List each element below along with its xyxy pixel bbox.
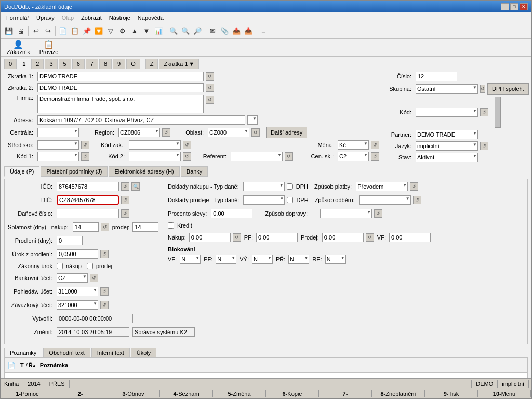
fn3[interactable]: 3-Obnov: [107, 390, 160, 397]
tb-paste[interactable]: 📌: [81, 25, 92, 37]
mena-dropdown[interactable]: Kč: [338, 140, 369, 150]
adresa-input[interactable]: [37, 115, 245, 125]
tb-search2[interactable]: 🔍: [180, 25, 191, 37]
skupina-dropdown[interactable]: Ostatní: [416, 84, 478, 94]
pri-blok-dropdown[interactable]: N: [288, 255, 309, 264]
dic-input[interactable]: [57, 195, 119, 205]
nakup-val-input[interactable]: [189, 233, 231, 242]
right-scrollbar[interactable]: [495, 97, 501, 128]
kod2-dropdown[interactable]: [129, 152, 181, 161]
zpusob-odberu-reset[interactable]: ↺: [413, 196, 421, 204]
menu-zobrazit[interactable]: Zobrazit: [78, 14, 105, 22]
fn9[interactable]: 9-Tisk: [425, 390, 478, 397]
dph1-checkbox[interactable]: [287, 183, 293, 190]
fn1[interactable]: 1-Pomoc: [1, 390, 54, 397]
re-blok-dropdown[interactable]: N: [325, 255, 346, 264]
tab-3[interactable]: 3: [45, 59, 57, 69]
dic-reset[interactable]: ↺: [121, 196, 129, 204]
nakup-reset[interactable]: ↺: [233, 233, 241, 242]
urok-input[interactable]: [57, 249, 98, 259]
region-reset[interactable]: ↺: [162, 128, 170, 137]
tab-8[interactable]: 8: [99, 59, 112, 69]
vf-input[interactable]: [389, 233, 431, 242]
tab-6[interactable]: 6: [72, 59, 85, 69]
tab-zkratka-dropdown[interactable]: Zkratka 1 ▼: [159, 59, 199, 69]
bottom-tab-ukoly[interactable]: Úkoly: [131, 348, 157, 357]
zpusob-dopravy-reset[interactable]: ↺: [374, 209, 382, 218]
dph-spoleh-button[interactable]: DPH spoleh.: [487, 83, 529, 95]
dalsi-adresy-button[interactable]: Další adresy: [266, 127, 307, 138]
prodej-checkbox[interactable]: [87, 263, 93, 269]
pohledav-dropdown[interactable]: 311000: [57, 287, 98, 296]
cislo-input[interactable]: [416, 72, 457, 81]
menu-napoveda[interactable]: Nápověda: [135, 14, 167, 22]
referent-reset[interactable]: ↺: [285, 152, 293, 161]
fn6[interactable]: 6-Kopie: [266, 390, 319, 397]
procento-slevy-input[interactable]: [211, 209, 252, 218]
ico-input[interactable]: [57, 182, 119, 191]
zkratka2-reset[interactable]: ↺: [206, 84, 214, 92]
kod1-dropdown[interactable]: [37, 152, 79, 161]
firma-reset[interactable]: ↺: [206, 96, 214, 104]
zpusob-odberu-dropdown[interactable]: [359, 195, 411, 205]
tb-list[interactable]: ≡: [258, 25, 269, 37]
tab-9[interactable]: 9: [113, 59, 125, 69]
kod2-reset[interactable]: ↺: [183, 152, 191, 161]
fn10[interactable]: 10-Menu: [478, 390, 531, 397]
notes-icon1[interactable]: 📄: [6, 360, 17, 371]
section-tab-banky[interactable]: Banky: [181, 166, 208, 177]
tb-import[interactable]: 📥: [243, 25, 254, 37]
tb-up[interactable]: ▲: [129, 25, 140, 37]
section-tab-elektronicke[interactable]: Elektronické adresy (H): [109, 166, 179, 177]
tb-filter2[interactable]: ▽: [105, 25, 116, 37]
vf-blok-dropdown[interactable]: N: [180, 255, 201, 264]
cen-sk-dropdown[interactable]: C2: [338, 152, 369, 161]
zakaznik-button[interactable]: 👤 Zákazník: [3, 39, 34, 57]
zkratka1-reset[interactable]: ↺: [206, 72, 214, 81]
kod1-reset[interactable]: ↺: [81, 152, 89, 161]
tb-new[interactable]: 📄: [57, 25, 69, 37]
danove-cislo-reset[interactable]: ↺: [121, 209, 129, 218]
stredisko-dropdown[interactable]: [37, 140, 79, 150]
prodej-val-input[interactable]: [322, 233, 364, 242]
region-dropdown[interactable]: CZ0806: [118, 128, 160, 137]
mena-reset[interactable]: ↺: [371, 141, 379, 149]
doklady-prodej-dropdown[interactable]: [243, 195, 285, 205]
urok-reset[interactable]: ↺: [100, 250, 109, 258]
tab-1[interactable]: 1: [18, 59, 30, 69]
tb-attach[interactable]: 📎: [219, 25, 230, 37]
tb-redo[interactable]: ↪: [42, 25, 54, 37]
menu-olap[interactable]: Olap: [59, 14, 77, 22]
notes-area[interactable]: [4, 372, 528, 378]
centrala-dropdown[interactable]: [37, 128, 79, 137]
splatnost-reset[interactable]: ↺: [101, 223, 109, 231]
maximize-button[interactable]: □: [510, 3, 518, 10]
provize-button[interactable]: 📋 Provize: [36, 39, 62, 57]
tab-o[interactable]: O: [126, 59, 140, 69]
fn7[interactable]: 7-: [319, 390, 372, 397]
fn2[interactable]: 2-: [54, 390, 107, 397]
prodleni-input[interactable]: [57, 236, 83, 245]
kredit-checkbox[interactable]: [168, 222, 174, 229]
pf-blok-dropdown[interactable]: N: [216, 255, 236, 264]
bottom-tab-poznamky[interactable]: Poznámky: [4, 348, 42, 357]
tab-7[interactable]: 7: [86, 59, 98, 69]
tab-5[interactable]: 5: [59, 59, 71, 69]
stredisko-reset[interactable]: ↺: [81, 141, 89, 149]
ico-reset2[interactable]: 🔍: [131, 182, 140, 191]
splatnost-prodej-input[interactable]: [132, 222, 158, 232]
tb-search3[interactable]: 🔎: [192, 25, 203, 37]
minimize-button[interactable]: –: [501, 3, 509, 10]
zkratka2-input[interactable]: [37, 83, 204, 92]
section-tab-udaje[interactable]: Údaje (P): [4, 166, 39, 177]
tb-export[interactable]: 📤: [231, 25, 242, 37]
bankovni-dropdown[interactable]: CZ: [57, 273, 88, 283]
doklady-nakup-dropdown[interactable]: [243, 182, 285, 191]
fn8[interactable]: 8-Zneplatnění: [372, 390, 425, 397]
tb-down[interactable]: ▼: [141, 25, 152, 37]
splatnost-nakup-input[interactable]: [73, 222, 99, 232]
bankovni-reset[interactable]: ↺: [90, 274, 98, 282]
tb-settings[interactable]: ⚙: [117, 25, 128, 37]
kod-rp-dropdown[interactable]: -: [416, 108, 478, 117]
tab-z[interactable]: Z: [145, 59, 158, 69]
